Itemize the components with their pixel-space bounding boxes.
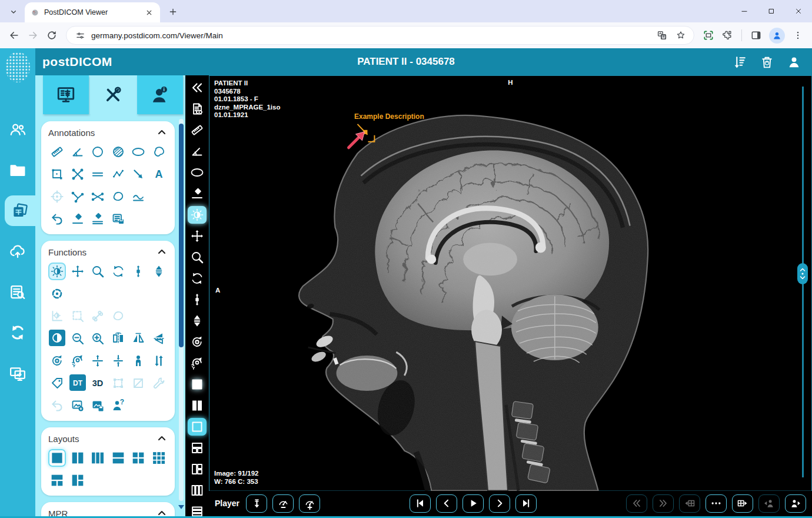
previous-image-button[interactable] (436, 494, 457, 513)
vt-rotate-cw[interactable] (188, 333, 207, 351)
browser-forward-button[interactable] (24, 26, 42, 45)
rail-patient-list[interactable] (0, 114, 35, 145)
vt-rotate-reset[interactable] (188, 354, 207, 372)
layout-1-2[interactable] (48, 471, 66, 489)
layout-3x3[interactable] (150, 449, 168, 467)
fn-pan[interactable] (69, 263, 86, 280)
fn-fit[interactable] (109, 352, 127, 370)
fn-window-level[interactable] (48, 263, 66, 280)
browser-reload-button[interactable] (42, 26, 61, 45)
fn-dicom-tags[interactable]: DT (69, 374, 86, 391)
layout-2x1[interactable] (109, 449, 127, 467)
tool-cobb-angle[interactable] (89, 188, 107, 205)
fn-flip-horizontal[interactable] (109, 330, 127, 347)
new-tab-button[interactable] (165, 4, 181, 20)
url-text[interactable]: germany.postdicom.com/Viewer/Main (91, 31, 648, 40)
panel-scrollbar[interactable] (179, 119, 184, 501)
vt-collapse-panel[interactable] (188, 79, 207, 97)
fn-patient-orientation[interactable] (129, 352, 147, 370)
browser-tab[interactable]: PostDICOM Viewer (25, 2, 160, 22)
fn-flip-vertical[interactable] (150, 330, 168, 347)
vt-eraser[interactable] (188, 185, 207, 202)
fn-rotate-reset[interactable] (69, 352, 86, 370)
fn-zoom-out[interactable] (69, 330, 86, 347)
vt-ruler[interactable] (188, 121, 207, 139)
annotation-label[interactable]: Example Description (354, 112, 424, 121)
layout-col-1-2[interactable] (69, 471, 86, 489)
tool-region[interactable] (109, 188, 127, 205)
tab-search-chevron-icon[interactable] (5, 3, 22, 21)
fn-mirror[interactable] (129, 330, 147, 347)
tool-cross[interactable] (69, 165, 86, 183)
series-list-button[interactable] (705, 494, 727, 513)
fn-zoom-in[interactable] (89, 330, 107, 347)
tool-save-annotations[interactable] (109, 210, 127, 228)
browser-menu-icon[interactable] (788, 26, 807, 45)
previous-patient-button[interactable] (758, 494, 780, 513)
tool-circle[interactable] (89, 143, 107, 161)
fn-sort-order[interactable] (150, 352, 168, 370)
speed-down-button[interactable] (272, 494, 294, 513)
play-direction-button[interactable] (246, 494, 267, 513)
next-series-fast-button[interactable] (653, 494, 674, 513)
vt-series-layout-1[interactable] (188, 418, 207, 436)
rail-folders[interactable] (0, 155, 35, 185)
bookmark-star-icon[interactable] (671, 26, 690, 45)
translate-icon[interactable] (653, 26, 671, 45)
rail-upload[interactable] (0, 236, 35, 267)
tool-ruler[interactable] (48, 143, 66, 161)
fn-scroll[interactable] (129, 263, 147, 280)
vt-pan[interactable] (188, 227, 207, 245)
vt-view-report[interactable] (188, 100, 207, 118)
fn-invert[interactable] (49, 330, 65, 346)
previous-series-button[interactable] (679, 494, 700, 513)
tool-arrow[interactable] (129, 165, 147, 183)
fn-stack-scroll[interactable] (150, 263, 168, 280)
tool-erase-all[interactable] (89, 210, 107, 228)
profile-avatar[interactable] (769, 28, 785, 44)
vt-ellipse[interactable] (188, 164, 207, 181)
sort-series-button[interactable] (732, 54, 747, 69)
previous-series-fast-button[interactable] (626, 494, 647, 513)
tab-viewer[interactable] (43, 75, 89, 114)
tool-open-angle[interactable] (69, 188, 86, 205)
vt-rotate[interactable] (188, 270, 207, 287)
first-image-button[interactable] (410, 494, 431, 513)
vt-scroll[interactable] (188, 291, 207, 308)
tool-undo[interactable] (48, 210, 66, 228)
rail-viewer[interactable] (5, 195, 35, 226)
fn-expand[interactable] (89, 352, 107, 370)
window-maximize-button[interactable] (758, 0, 785, 22)
fn-rotate[interactable] (109, 263, 127, 280)
vt-layout-1x1[interactable] (188, 376, 207, 393)
tool-rectangle[interactable] (48, 165, 66, 183)
speed-up-button[interactable] (299, 494, 320, 513)
screenshot-icon[interactable] (699, 26, 718, 45)
rail-worklist[interactable] (0, 277, 35, 307)
next-image-button[interactable] (489, 494, 510, 513)
window-minimize-button[interactable] (731, 0, 758, 22)
tool-freehand[interactable] (150, 143, 168, 161)
panel-scrollbar-thumb[interactable] (179, 124, 184, 347)
panel-scrollbar-down-icon[interactable] (178, 505, 184, 509)
stack-scroll-thumb[interactable] (797, 263, 808, 284)
layout-2x2[interactable] (129, 449, 147, 467)
account-button[interactable] (786, 54, 801, 69)
tool-polyline[interactable] (109, 165, 127, 183)
tool-angle[interactable] (69, 143, 86, 161)
side-panel-icon[interactable] (747, 26, 766, 45)
fn-rotate-cw[interactable] (48, 352, 66, 370)
tool-erase[interactable] (69, 210, 86, 228)
fn-patient-query[interactable]: ? (109, 397, 127, 414)
tool-spline[interactable] (129, 188, 147, 205)
collapse-mpr-icon[interactable] (156, 507, 168, 516)
fn-3d[interactable]: 3D (89, 374, 107, 392)
trash-button[interactable] (759, 54, 774, 69)
fn-zoom[interactable] (89, 263, 107, 280)
tool-circle-filled[interactable] (109, 143, 127, 161)
next-patient-button[interactable] (785, 494, 806, 513)
layout-1x1[interactable] (48, 449, 66, 467)
image-viewport[interactable]: PATIENT II 0345678 01.01.1853 - F dzne_M… (209, 75, 812, 491)
vt-stack-scroll[interactable] (188, 312, 207, 330)
last-image-button[interactable] (515, 494, 537, 513)
